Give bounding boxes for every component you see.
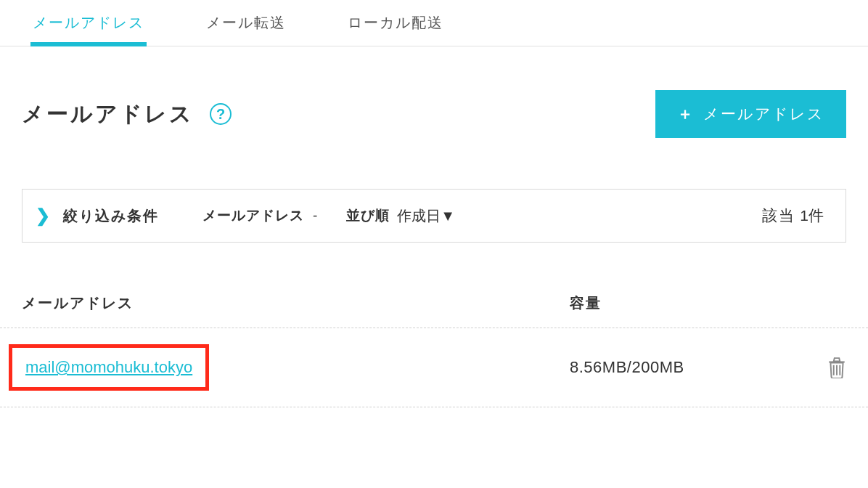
table-header: メールアドレス 容量: [0, 243, 868, 328]
page-title-wrap: メールアドレス ?: [22, 99, 232, 129]
email-link[interactable]: mail@momohuku.tokyo: [25, 358, 192, 376]
capacity-cell: 8.56MB/200MB: [570, 358, 817, 377]
filter-sort-label: 並び順: [346, 206, 390, 225]
add-mail-address-button[interactable]: ＋ メールアドレス: [655, 90, 846, 138]
filter-count-value: 1件: [800, 206, 824, 226]
plus-icon: ＋: [677, 103, 695, 125]
tab-local-delivery[interactable]: ローカル配送: [348, 0, 443, 46]
trash-cell: [817, 357, 846, 378]
page-title: メールアドレス: [22, 99, 194, 129]
header-row: メールアドレス ? ＋ メールアドレス: [0, 46, 868, 138]
help-icon[interactable]: ?: [210, 103, 232, 125]
column-email: メールアドレス: [22, 293, 570, 313]
trash-icon[interactable]: [827, 357, 846, 378]
tabs: メールアドレス メール転送 ローカル配送: [0, 0, 868, 46]
filter-field-label: メールアドレス: [202, 206, 304, 225]
column-capacity: 容量: [570, 293, 846, 313]
add-button-label: メールアドレス: [703, 104, 824, 124]
table-row: mail@momohuku.tokyo 8.56MB/200MB: [0, 328, 868, 407]
filter-sort-value[interactable]: 作成日▼: [397, 206, 455, 226]
tab-mail-forward[interactable]: メール転送: [206, 0, 286, 46]
filter-field-value: -: [313, 208, 317, 224]
filter-title: 絞り込み条件: [63, 206, 159, 226]
tab-mail-address[interactable]: メールアドレス: [33, 0, 144, 46]
highlight-box: mail@momohuku.tokyo: [9, 344, 209, 391]
filter-count-label: 該当: [762, 206, 795, 226]
email-cell: mail@momohuku.tokyo: [22, 344, 570, 391]
chevron-right-icon: ❯: [36, 206, 50, 226]
filter-bar[interactable]: ❯ 絞り込み条件 メールアドレス - 並び順 作成日▼ 該当 1件: [22, 189, 846, 243]
